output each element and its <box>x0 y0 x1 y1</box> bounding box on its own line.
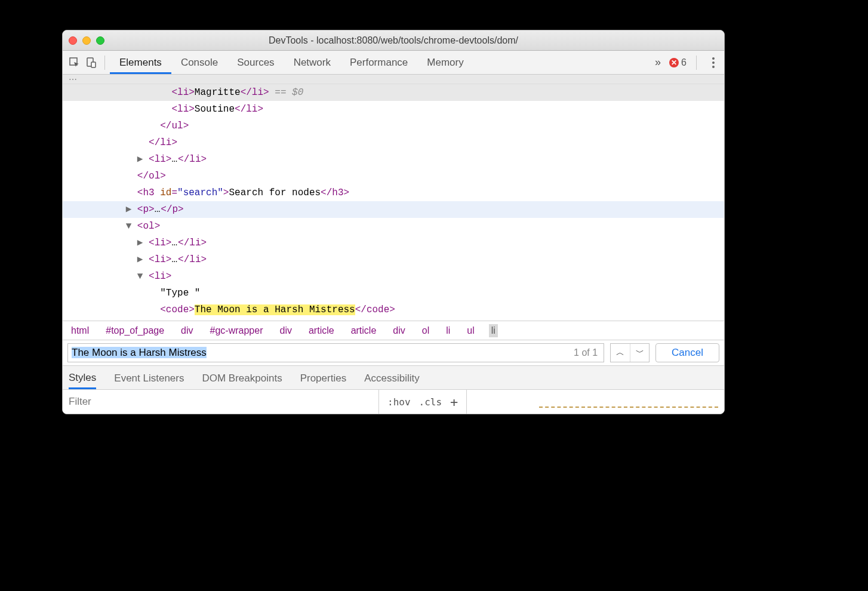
filter-input-wrap <box>63 390 379 414</box>
hov-toggle[interactable]: :hov <box>387 396 411 408</box>
crumb-gc-wrapper[interactable]: #gc-wrapper <box>208 324 266 337</box>
dom-node-hovered[interactable]: ▶ <p>…</p> <box>63 201 724 218</box>
device-toolbar-icon[interactable] <box>83 54 100 71</box>
subtab-event-listeners[interactable]: Event Listeners <box>114 366 184 389</box>
dom-node[interactable]: </ul> <box>63 118 724 134</box>
toolbar-separator <box>696 56 697 70</box>
dom-selected-marker: == $0 <box>269 87 304 98</box>
crumb-li[interactable]: li <box>444 324 453 337</box>
error-count: 6 <box>681 57 687 68</box>
titlebar: DevTools - localhost:8080/web/tools/chro… <box>63 30 724 51</box>
crumb-html[interactable]: html <box>69 324 91 337</box>
maximize-window-button[interactable] <box>96 36 104 45</box>
search-match-highlight: The Moon is a Harsh Mistress <box>195 304 355 315</box>
dom-tree[interactable]: <li>Magritte</li> == $0 <li>Soutine</li>… <box>63 84 724 321</box>
dom-context-row[interactable]: ⋯ <box>63 75 724 84</box>
crumb-div[interactable]: div <box>178 324 195 337</box>
ellipsis: … <box>171 154 178 165</box>
dom-text: Magritte <box>195 87 241 98</box>
crumb-ul[interactable]: ul <box>464 324 476 337</box>
tab-network[interactable]: Network <box>284 51 340 74</box>
svg-rect-2 <box>91 62 96 67</box>
subtab-accessibility[interactable]: Accessibility <box>364 366 420 389</box>
crumb-article[interactable]: article <box>349 324 379 337</box>
dom-node[interactable]: ▼ <li> <box>63 268 724 285</box>
tab-sources[interactable]: Sources <box>227 51 284 74</box>
new-style-rule-button[interactable]: + <box>450 395 458 410</box>
tab-memory[interactable]: Memory <box>417 51 473 74</box>
search-bar: The Moon is a Harsh Mistress 1 of 1 ︿ ﹀ … <box>63 340 724 366</box>
devtools-window: DevTools - localhost:8080/web/tools/chro… <box>62 30 725 414</box>
tab-console[interactable]: Console <box>171 51 227 74</box>
margin-box-edge <box>539 407 718 414</box>
ellipsis: … <box>171 238 178 248</box>
dom-node[interactable]: "Type " <box>63 285 724 301</box>
toolbar-right: » ✕ 6 <box>651 55 721 70</box>
panel-tabs: Elements Console Sources Network Perform… <box>110 51 473 74</box>
error-badge[interactable]: ✕ 6 <box>669 57 687 68</box>
search-nav: ︿ ﹀ <box>610 343 650 362</box>
search-input[interactable]: The Moon is a Harsh Mistress 1 of 1 <box>67 343 604 362</box>
tab-performance[interactable]: Performance <box>340 51 417 74</box>
toolbar-separator <box>104 56 105 70</box>
subtab-properties[interactable]: Properties <box>300 366 346 389</box>
dom-node[interactable]: ▶ <li>…</li> <box>63 235 724 251</box>
minimize-window-button[interactable] <box>82 36 91 45</box>
crumb-li-selected[interactable]: li <box>489 324 498 337</box>
dom-node[interactable]: ▶ <li>…</li> <box>63 151 724 168</box>
styles-toggles: :hov .cls + <box>379 390 467 414</box>
dom-node[interactable]: ▼ <ol> <box>63 218 724 235</box>
dom-text: Soutine <box>195 104 235 115</box>
dom-node[interactable]: </ol> <box>63 168 724 184</box>
attr-name: id <box>160 187 171 198</box>
main-toolbar: Elements Console Sources Network Perform… <box>63 51 724 75</box>
attr-value: "search" <box>177 187 223 198</box>
styles-panel-tabs: Styles Event Listeners DOM Breakpoints P… <box>63 366 724 390</box>
close-window-button[interactable] <box>69 36 77 45</box>
box-model-preview <box>467 390 724 414</box>
styles-filter-row: :hov .cls + <box>63 390 724 414</box>
dom-text: "Type " <box>160 288 200 298</box>
window-controls <box>69 36 104 45</box>
error-icon: ✕ <box>669 58 679 67</box>
overflow-tabs-button[interactable]: » <box>651 56 664 69</box>
window-title: DevTools - localhost:8080/web/tools/chro… <box>63 35 724 46</box>
cls-toggle[interactable]: .cls <box>419 396 442 408</box>
dom-breadcrumb: html #top_of_page div #gc-wrapper div ar… <box>63 321 724 340</box>
dom-text: Search for nodes <box>229 187 321 198</box>
inspect-element-icon[interactable] <box>66 54 83 71</box>
dom-node[interactable]: </li> <box>63 134 724 151</box>
crumb-div[interactable]: div <box>390 324 407 337</box>
styles-filter-input[interactable] <box>69 396 378 408</box>
search-next-button[interactable]: ﹀ <box>630 344 649 362</box>
crumb-top-of-page[interactable]: #top_of_page <box>103 324 167 337</box>
dom-node[interactable]: ▶ <li>…</li> <box>63 251 724 268</box>
dom-node-selected[interactable]: <li>Magritte</li> == $0 <box>63 84 724 101</box>
tab-elements[interactable]: Elements <box>110 51 171 74</box>
dom-node[interactable]: <h3 id="search">Search for nodes</h3> <box>63 184 724 201</box>
subtab-dom-breakpoints[interactable]: DOM Breakpoints <box>202 366 282 389</box>
settings-menu-button[interactable] <box>706 55 721 70</box>
crumb-ol[interactable]: ol <box>420 324 432 337</box>
search-result-count: 1 of 1 <box>568 347 604 358</box>
dom-node[interactable]: <li>Soutine</li> <box>63 101 724 118</box>
crumb-article[interactable]: article <box>306 324 337 337</box>
dom-node[interactable]: <code>The Moon is a Harsh Mistress</code… <box>63 301 724 318</box>
search-cancel-button[interactable]: Cancel <box>655 343 719 362</box>
subtab-styles[interactable]: Styles <box>69 366 96 389</box>
ellipsis: … <box>171 254 178 265</box>
ellipsis: … <box>155 204 161 215</box>
search-prev-button[interactable]: ︿ <box>611 344 630 362</box>
crumb-div[interactable]: div <box>278 324 294 337</box>
search-input-value: The Moon is a Harsh Mistress <box>72 347 568 359</box>
